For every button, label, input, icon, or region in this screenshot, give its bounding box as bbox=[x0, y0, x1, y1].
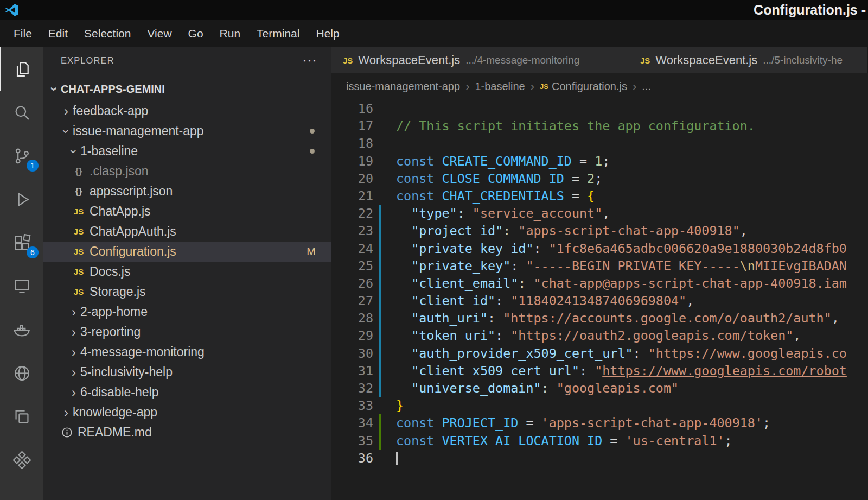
activity-item-extensions[interactable]: 6 bbox=[0, 221, 43, 264]
tree-item-README.md[interactable]: README.md bbox=[43, 422, 331, 442]
line-number[interactable]: 28 bbox=[331, 309, 373, 327]
code-line-31[interactable]: 31 "client_x509_cert_url": "https://www.… bbox=[331, 362, 868, 379]
tree-item-ChatApp.js[interactable]: JSChatApp.js bbox=[43, 201, 331, 221]
code-line-23[interactable]: 23 "project_id": "apps-script-chat-app-4… bbox=[331, 222, 868, 239]
line-number[interactable]: 33 bbox=[331, 397, 373, 414]
tree-item-Docs.js[interactable]: JSDocs.js bbox=[43, 262, 331, 282]
tree-item-appsscript.json[interactable]: {}appsscript.json bbox=[43, 181, 331, 201]
tree-item-Configuration.js[interactable]: JSConfiguration.jsM bbox=[43, 242, 331, 262]
search-icon bbox=[12, 103, 31, 122]
activity-item-search[interactable] bbox=[0, 91, 43, 134]
tree-item-3-reporting[interactable]: ›3-reporting bbox=[43, 322, 331, 342]
gutter-modified-marker bbox=[379, 345, 381, 362]
menu-item-terminal[interactable]: Terminal bbox=[248, 27, 308, 40]
line-number[interactable]: 19 bbox=[331, 153, 373, 170]
line-number[interactable]: 34 bbox=[331, 414, 373, 432]
activity-item-run-and-debug[interactable] bbox=[0, 178, 43, 221]
activity-item-web[interactable] bbox=[0, 351, 43, 395]
activity-item-assist[interactable] bbox=[0, 438, 43, 482]
menu-item-go[interactable]: Go bbox=[180, 27, 212, 40]
editor-tab[interactable]: JSWorkspaceEvent.js.../4-message-monitor… bbox=[331, 47, 628, 73]
json-file-icon: {} bbox=[71, 166, 87, 177]
line-number[interactable]: 17 bbox=[331, 117, 373, 135]
activity-item-docker[interactable] bbox=[0, 308, 43, 351]
code-line-35[interactable]: 35const VERTEX_AI_LOCATION_ID = 'us-cent… bbox=[331, 432, 868, 450]
chevron-right-icon: › bbox=[67, 366, 80, 379]
tree-item-issue-management-app[interactable]: ›issue-management-app bbox=[43, 121, 331, 141]
windows-icon bbox=[12, 407, 31, 426]
line-number[interactable]: 27 bbox=[331, 292, 373, 309]
line-number[interactable]: 21 bbox=[331, 187, 373, 205]
line-number[interactable]: 23 bbox=[331, 222, 373, 239]
code-line-27[interactable]: 27 "client_id": "118402413487406969804", bbox=[331, 292, 868, 309]
tree-item-label: 6-disable-help bbox=[80, 385, 158, 400]
tree-item-4-message-monitoring[interactable]: ›4-message-monitoring bbox=[43, 342, 331, 362]
line-number[interactable]: 36 bbox=[331, 450, 373, 467]
tree-item-5-inclusivity-help[interactable]: ›5-inclusivity-help bbox=[43, 362, 331, 382]
line-number[interactable]: 35 bbox=[331, 432, 373, 450]
code-line-32[interactable]: 32 "universe_domain": "googleapis.com" bbox=[331, 379, 868, 397]
line-number[interactable]: 18 bbox=[331, 135, 373, 152]
activity-item-remote-explorer[interactable] bbox=[0, 264, 43, 308]
tree-item-2-app-home[interactable]: ›2-app-home bbox=[43, 302, 331, 322]
menu-item-selection[interactable]: Selection bbox=[76, 27, 139, 40]
activity-item-explorer[interactable] bbox=[0, 47, 43, 91]
breadcrumb-item[interactable]: JSConfiguration.js bbox=[540, 80, 627, 93]
tree-item-.clasp.json[interactable]: {}.clasp.json bbox=[43, 161, 331, 181]
code-line-17[interactable]: 17// This script initiates the app confi… bbox=[331, 117, 868, 135]
line-number[interactable]: 16 bbox=[331, 100, 373, 117]
code-line-28[interactable]: 28 "auth_uri": "https://accounts.google.… bbox=[331, 309, 868, 327]
breadcrumb-item[interactable]: ... bbox=[642, 80, 651, 93]
code-text: "universe_domain": "googleapis.com" bbox=[396, 379, 679, 397]
line-number[interactable]: 22 bbox=[331, 205, 373, 222]
menu-item-run[interactable]: Run bbox=[212, 27, 249, 40]
code-line-22[interactable]: 22 "type": "service_account", bbox=[331, 205, 868, 222]
line-number[interactable]: 31 bbox=[331, 362, 373, 379]
tree-item-knowledge-app[interactable]: ›knowledge-app bbox=[43, 402, 331, 422]
menu-item-edit[interactable]: Edit bbox=[40, 27, 76, 40]
code-line-34[interactable]: 34const PROJECT_ID = 'apps-script-chat-a… bbox=[331, 414, 868, 432]
tree-item-feedback-app[interactable]: ›feedback-app bbox=[43, 101, 331, 121]
line-number[interactable]: 20 bbox=[331, 170, 373, 187]
breadcrumb-item[interactable]: issue-management-app bbox=[346, 80, 460, 93]
tree-item-6-disable-help[interactable]: ›6-disable-help bbox=[43, 382, 331, 402]
breadcrumb-label: ... bbox=[642, 80, 651, 93]
code-text: "private_key": "-----BEGIN PRIVATE KEY--… bbox=[396, 257, 847, 275]
line-number[interactable]: 29 bbox=[331, 327, 373, 344]
tree-item-ChatAppAuth.js[interactable]: JSChatAppAuth.js bbox=[43, 221, 331, 242]
line-number[interactable]: 26 bbox=[331, 275, 373, 292]
code-line-36[interactable]: 36 bbox=[331, 450, 868, 467]
code-line-30[interactable]: 30 "auth_provider_x509_cert_url": "https… bbox=[331, 345, 868, 362]
code-line-24[interactable]: 24 "private_key_id": "1fc8e6a465adbc0066… bbox=[331, 240, 868, 257]
line-number[interactable]: 30 bbox=[331, 345, 373, 362]
code-line-18[interactable]: 18 bbox=[331, 135, 868, 152]
chevron-down-icon: › bbox=[60, 125, 73, 138]
tree-root-folder[interactable]: › CHAT-APPS-GEMINI bbox=[43, 73, 331, 101]
code-line-33[interactable]: 33} bbox=[331, 397, 868, 414]
code-line-20[interactable]: 20const CLOSE_COMMAND_ID = 2; bbox=[331, 170, 868, 187]
code-line-19[interactable]: 19const CREATE_COMMAND_ID = 1; bbox=[331, 153, 868, 170]
code-line-29[interactable]: 29 "token_uri": "https://oauth2.googleap… bbox=[331, 327, 868, 344]
activity-item-windows[interactable] bbox=[0, 395, 43, 438]
breadcrumb-label: issue-management-app bbox=[346, 80, 460, 93]
code-area[interactable]: 1617// This script initiates the app con… bbox=[331, 100, 868, 500]
menu-item-help[interactable]: Help bbox=[308, 27, 347, 40]
code-line-26[interactable]: 26 "client_email": "chat-app@apps-script… bbox=[331, 275, 868, 292]
line-number[interactable]: 25 bbox=[331, 257, 373, 275]
line-number[interactable]: 24 bbox=[331, 240, 373, 257]
tree-item-Storage.js[interactable]: JSStorage.js bbox=[43, 282, 331, 302]
breadcrumb-item[interactable]: 1-baseline bbox=[475, 80, 525, 93]
code-line-25[interactable]: 25 "private_key": "-----BEGIN PRIVATE KE… bbox=[331, 257, 868, 275]
code-line-16[interactable]: 16 bbox=[331, 100, 868, 117]
activity-badge: 1 bbox=[27, 160, 39, 172]
line-number[interactable]: 32 bbox=[331, 379, 373, 397]
menu-item-file[interactable]: File bbox=[5, 27, 40, 40]
menu-item-view[interactable]: View bbox=[139, 27, 180, 40]
activity-bar: 16 bbox=[0, 47, 43, 500]
more-actions-button[interactable]: ⋯ bbox=[302, 56, 317, 65]
activity-item-source-control[interactable]: 1 bbox=[0, 134, 43, 178]
tree-item-label: README.md bbox=[78, 425, 152, 440]
code-line-21[interactable]: 21const CHAT_CREDENTIALS = { bbox=[331, 187, 868, 205]
editor-tab[interactable]: JSWorkspaceEvent.js.../5-inclusivity-he bbox=[628, 47, 868, 73]
tree-item-1-baseline[interactable]: ›1-baseline bbox=[43, 141, 331, 161]
